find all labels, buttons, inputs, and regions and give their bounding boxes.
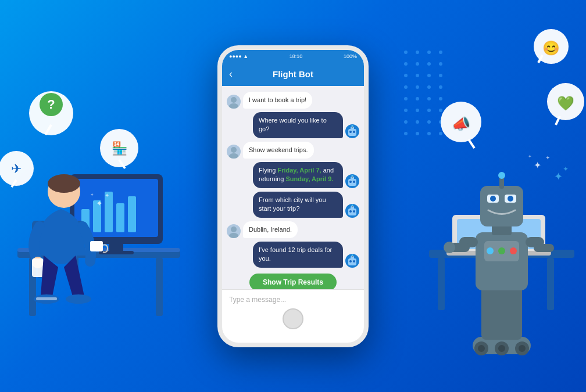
svg-point-118 [352, 125, 353, 127]
message-input-placeholder[interactable]: Type a message... [229, 296, 286, 304]
svg-point-133 [231, 226, 237, 232]
left-scene: ? ✈ 🏪 ✦ ✦ ✦ [0, 0, 215, 392]
svg-text:✦: ✦ [545, 154, 550, 161]
svg-point-140 [352, 254, 353, 256]
message-row-6: Dublin, Ireland. [227, 221, 359, 238]
status-bar: ●●●● ▲ 18:10 100% [222, 50, 364, 63]
svg-rect-57 [90, 241, 103, 251]
svg-point-130 [353, 210, 355, 213]
bot-avatar-4 [345, 174, 359, 188]
svg-point-91 [490, 196, 496, 202]
svg-text:✦: ✦ [90, 192, 94, 197]
svg-rect-34 [156, 258, 163, 316]
svg-point-8 [404, 74, 408, 77]
svg-point-51 [48, 174, 80, 193]
svg-text:✈: ✈ [11, 161, 22, 176]
svg-text:🏪: 🏪 [112, 141, 128, 156]
svg-text:📣: 📣 [452, 114, 471, 133]
svg-text:✦: ✦ [554, 171, 563, 182]
svg-point-111 [231, 97, 237, 103]
bot-avatar-2 [345, 124, 359, 138]
message-row-1: I want to book a trip! [227, 92, 359, 109]
svg-rect-88 [480, 186, 523, 226]
svg-point-28 [404, 132, 408, 135]
time-display: 18:10 [290, 53, 303, 59]
svg-point-92 [508, 196, 513, 202]
phone-wrapper: ●●●● ▲ 18:10 100% ‹ Flight Bot I want to… [217, 45, 369, 347]
back-button[interactable]: ‹ [229, 68, 233, 80]
svg-point-129 [349, 210, 352, 213]
svg-rect-70 [547, 258, 554, 310]
message-row-3: Show weekend trips. [227, 142, 359, 159]
svg-point-126 [352, 175, 353, 177]
user-bubble-6: Dublin, Ireland. [243, 221, 298, 238]
battery-indicator: 100% [344, 53, 357, 59]
svg-text:💚: 💚 [557, 95, 574, 112]
home-button[interactable] [283, 308, 303, 329]
svg-text:✦: ✦ [563, 165, 569, 173]
show-trips-button[interactable]: Show Trip Results [249, 274, 337, 289]
svg-point-4 [404, 62, 408, 66]
svg-point-123 [349, 181, 352, 183]
svg-rect-38 [109, 244, 123, 252]
svg-point-115 [349, 131, 352, 133]
message-row-2: Where would you like to go? [227, 112, 359, 138]
svg-text:😊: 😊 [542, 39, 560, 56]
svg-point-120 [229, 153, 238, 159]
svg-point-85 [498, 247, 505, 254]
svg-text:✦: ✦ [534, 160, 541, 170]
phone-device: ●●●● ▲ 18:10 100% ‹ Flight Bot I want to… [217, 45, 369, 347]
svg-text:✦: ✦ [105, 192, 109, 199]
user-bubble-1: I want to book a trip! [243, 92, 312, 109]
bot-bubble-5: From which city will you start your trip… [253, 192, 343, 218]
svg-rect-43 [116, 203, 124, 232]
svg-point-137 [349, 260, 352, 262]
svg-point-97 [444, 242, 455, 253]
svg-point-112 [229, 103, 238, 109]
bot-bubble-4: Flying Friday, April 7, and returning Su… [253, 162, 343, 188]
svg-rect-99 [534, 244, 554, 252]
user-avatar-6 [227, 224, 241, 238]
svg-point-80 [519, 345, 526, 352]
bot-avatar-5 [345, 204, 359, 218]
svg-rect-56 [36, 297, 57, 300]
svg-rect-53 [32, 258, 44, 277]
app-title: Flight Bot [273, 69, 313, 79]
message-row-4: Flying Friday, April 7, and returning Su… [227, 162, 359, 188]
svg-point-16 [404, 97, 408, 100]
user-bubble-3: Show weekend trips. [243, 142, 314, 159]
svg-rect-81 [481, 285, 522, 340]
svg-text:✦: ✦ [528, 154, 532, 159]
svg-text:✦: ✦ [96, 199, 103, 208]
svg-point-94 [498, 172, 505, 179]
svg-point-124 [353, 181, 355, 183]
svg-point-84 [487, 247, 494, 254]
bot-bubble-7: I've found 12 trip deals for you. [253, 242, 343, 268]
message-row-5: From which city will you start your trip… [227, 192, 359, 218]
svg-point-0 [404, 51, 408, 54]
bot-avatar-7 [345, 254, 359, 268]
message-row-7: I've found 12 trip deals for you. [227, 242, 359, 268]
chat-area[interactable]: I want to book a trip! Where would you l… [222, 86, 364, 289]
signal-indicator: ●●●● ▲ [229, 53, 248, 59]
svg-rect-44 [128, 196, 136, 232]
svg-point-78 [478, 345, 485, 352]
svg-point-138 [353, 260, 355, 262]
svg-point-55 [66, 294, 91, 304]
svg-point-79 [498, 345, 505, 352]
svg-point-20 [404, 109, 408, 112]
svg-point-132 [352, 204, 353, 206]
svg-point-86 [510, 247, 517, 254]
bot-bubble-2: Where would you like to go? [253, 112, 343, 138]
svg-rect-69 [438, 258, 445, 310]
user-avatar [227, 95, 241, 109]
home-button-area [222, 310, 364, 328]
user-avatar-3 [227, 145, 241, 159]
svg-point-116 [353, 131, 355, 133]
svg-point-24 [404, 120, 408, 124]
right-scene: 😊 📣 💚 ✦ ✦ ✦ ✦ ✦ [417, 0, 586, 392]
svg-point-12 [404, 85, 408, 89]
svg-point-134 [229, 233, 238, 238]
svg-text:?: ? [47, 97, 55, 112]
input-area: Type a message... [222, 289, 364, 310]
